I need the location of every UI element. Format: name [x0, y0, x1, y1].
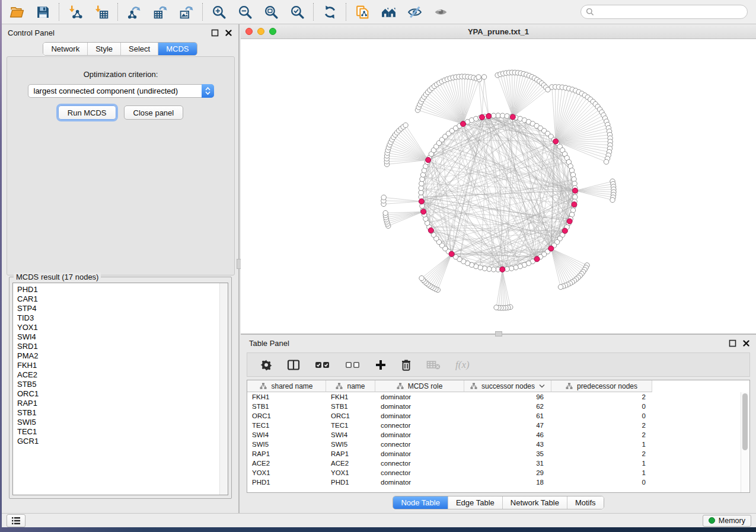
mcds-node[interactable] [567, 219, 572, 224]
mcds-list-scrollbar[interactable] [219, 283, 228, 495]
mcds-node[interactable] [421, 209, 426, 214]
mcds-result-list[interactable]: PHD1CAR1STP4TID3YOX1SWI4SRD1PMA2FKH1ACE2… [12, 283, 228, 495]
mcds-result-item[interactable]: ORC1 [17, 389, 228, 399]
table-row[interactable]: STB1STB1dominator620 [247, 402, 749, 411]
mcds-result-item[interactable]: ACE2 [17, 370, 228, 380]
add-column-button[interactable] [375, 360, 386, 370]
mcds-node[interactable] [428, 227, 433, 233]
network-graph[interactable] [241, 39, 756, 334]
tab-motifs[interactable]: Motifs [567, 496, 604, 509]
mcds-result-item[interactable]: SWI4 [17, 332, 228, 342]
tab-network-table[interactable]: Network Table [503, 496, 567, 509]
table-row[interactable]: SWI4SWI4dominator462 [247, 430, 749, 440]
save-session-button[interactable] [34, 3, 52, 21]
mcds-node[interactable] [426, 158, 431, 163]
network-node[interactable] [476, 75, 481, 79]
tab-node-table[interactable]: Node Table [393, 496, 448, 509]
mcds-result-item[interactable]: RAP1 [17, 399, 228, 408]
memory-button[interactable]: Memory [703, 515, 751, 527]
mcds-result-item[interactable]: STB1 [17, 408, 228, 418]
deselect-all-button[interactable] [345, 360, 361, 370]
float-panel-icon[interactable] [211, 29, 219, 37]
zoom-in-button[interactable] [210, 3, 228, 21]
mcds-node[interactable] [419, 198, 424, 204]
export-network-button[interactable] [125, 3, 143, 21]
mcds-node[interactable] [486, 113, 492, 118]
export-image-button[interactable] [177, 3, 195, 21]
mcds-node[interactable] [553, 139, 559, 144]
select-all-button[interactable] [315, 360, 330, 370]
column-header-successor-nodes[interactable]: successor nodes [464, 380, 551, 392]
network-node[interactable] [381, 195, 386, 200]
table-scrollbar[interactable] [741, 392, 749, 492]
tab-network[interactable]: Network [43, 43, 88, 55]
network-node[interactable] [403, 123, 408, 127]
close-panel-icon[interactable] [225, 29, 232, 37]
float-panel-icon[interactable] [729, 339, 736, 347]
mcds-node[interactable] [479, 114, 484, 120]
mcds-result-item[interactable]: PHD1 [17, 285, 228, 294]
network-node[interactable] [491, 113, 496, 118]
network-node[interactable] [604, 159, 608, 164]
import-table-button[interactable] [92, 3, 110, 21]
birdseye-button[interactable] [432, 3, 449, 21]
maximize-window-icon[interactable] [269, 28, 276, 35]
mcds-result-item[interactable]: YOX1 [17, 323, 228, 332]
table-row[interactable]: RAP1RAP1dominator352 [247, 449, 749, 459]
table-row[interactable]: YOX1YOX1connector291 [247, 468, 749, 477]
hide-display-button[interactable] [406, 3, 423, 21]
export-table-button[interactable] [151, 3, 169, 21]
table-row[interactable]: TEC1TEC1connector472 [247, 421, 749, 430]
table-row[interactable]: PHD1PHD1dominator180 [247, 477, 749, 487]
mcds-node[interactable] [562, 228, 567, 233]
delete-table-button[interactable] [426, 360, 441, 370]
zoom-fit-button[interactable] [262, 3, 280, 21]
home-panels-button[interactable] [379, 3, 397, 21]
table-row[interactable]: ACE2ACE2connector311 [247, 459, 749, 468]
column-header-MCDS-role[interactable]: MCDS role [375, 380, 464, 392]
close-panel-icon[interactable] [742, 339, 750, 347]
network-node[interactable] [610, 197, 615, 202]
function-builder-button[interactable]: f(x) [455, 359, 470, 371]
network-node[interactable] [494, 305, 499, 310]
column-header-predecessor-nodes[interactable]: predecessor nodes [551, 380, 652, 392]
zoom-selected-button[interactable] [288, 3, 306, 21]
refresh-layout-button[interactable] [321, 3, 339, 21]
minimize-window-icon[interactable] [257, 28, 264, 35]
mcds-node[interactable] [460, 121, 465, 127]
table-scrollbar-thumb[interactable] [742, 393, 748, 450]
tab-edge-table[interactable]: Edge Table [448, 496, 503, 509]
table-row[interactable]: ORC1ORC1dominator610 [247, 411, 749, 421]
mcds-result-item[interactable]: FKH1 [17, 361, 228, 370]
table-row[interactable]: SWI5SWI5connector431 [247, 440, 749, 449]
network-node[interactable] [558, 284, 563, 289]
network-canvas[interactable] [241, 39, 756, 334]
close-window-icon[interactable] [245, 28, 253, 35]
settings-gear-button[interactable] [260, 359, 272, 371]
search-input[interactable] [597, 7, 742, 17]
column-header-shared-name[interactable]: shared name [247, 380, 326, 392]
tab-mcds[interactable]: MCDS [158, 43, 196, 55]
mcds-node[interactable] [572, 202, 577, 207]
mcds-node[interactable] [572, 188, 578, 193]
mcds-node[interactable] [548, 246, 554, 251]
mcds-result-item[interactable]: STB5 [17, 380, 228, 389]
split-panel-button[interactable] [287, 359, 300, 371]
delete-column-button[interactable] [401, 359, 412, 371]
network-node[interactable] [383, 210, 388, 215]
mcds-node[interactable] [500, 267, 505, 272]
close-panel-button[interactable]: Close panel [124, 105, 184, 120]
mcds-node[interactable] [534, 257, 540, 262]
mcds-node[interactable] [510, 114, 515, 120]
network-node[interactable] [419, 275, 424, 280]
mcds-result-item[interactable]: SWI5 [17, 418, 228, 427]
mcds-result-item[interactable]: GCR1 [17, 437, 228, 446]
mcds-result-item[interactable]: CAR1 [17, 294, 228, 304]
mcds-result-item[interactable]: SRD1 [17, 342, 228, 351]
mcds-result-item[interactable]: TEC1 [17, 427, 228, 437]
network-node[interactable] [481, 75, 486, 79]
column-header-name[interactable]: name [326, 380, 375, 392]
search-box[interactable] [580, 5, 748, 19]
clone-network-button[interactable] [353, 3, 371, 21]
mcds-result-item[interactable]: STP4 [17, 304, 228, 313]
